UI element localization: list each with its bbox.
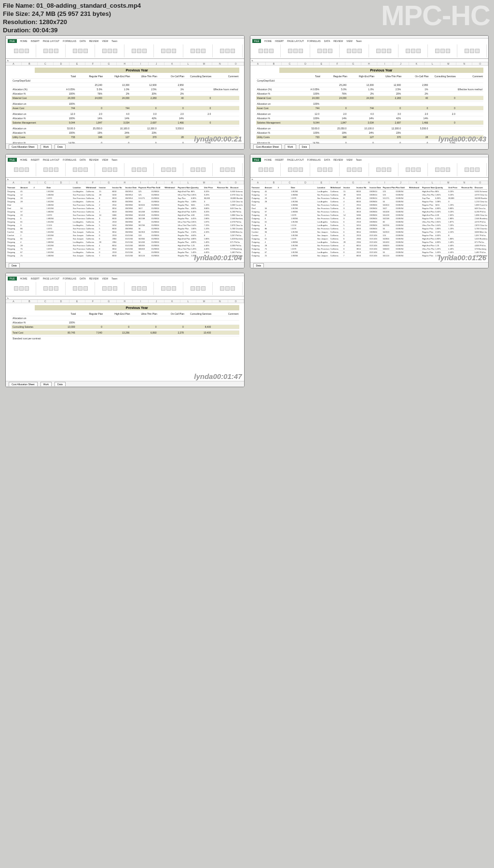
table-cell[interactable] (212, 335, 239, 336)
ribbon-tab[interactable]: Team (111, 40, 117, 42)
table-cell[interactable]: Effective hours method (212, 87, 239, 91)
table-cell[interactable]: 03/28/14 (125, 190, 138, 193)
ribbon-tab[interactable]: VIEW (102, 40, 108, 42)
table-cell[interactable]: 01/30/04 (151, 190, 164, 193)
ribbon-tab[interactable]: Team (356, 158, 362, 161)
table-cell[interactable]: 561458 (138, 210, 151, 213)
table-cell[interactable]: Regular Plan (177, 231, 190, 233)
ribbon-tab[interactable]: Team (111, 158, 117, 161)
ribbon-button-icon[interactable] (435, 49, 439, 53)
table-cell[interactable]: 2013 (356, 251, 369, 253)
table-cell[interactable]: Allocation (%) (12, 87, 49, 91)
table-cell[interactable]: 14% (76, 116, 103, 120)
table-cell[interactable]: Allocation on (12, 102, 49, 106)
table-cell[interactable]: 01/30/04 (396, 210, 409, 213)
table-cell[interactable] (130, 140, 157, 140)
table-cell[interactable]: 8010 (356, 217, 369, 220)
table-cell[interactable] (158, 321, 185, 324)
table-cell[interactable]: Regular Plan (177, 204, 190, 206)
worksheet-area[interactable]: Previous Year TotalRegular PlanHigh-End … (250, 66, 489, 143)
table-cell[interactable] (429, 83, 456, 87)
table-cell[interactable]: 24,000 (103, 96, 130, 100)
table-cell[interactable]: 1.83284 (46, 194, 59, 196)
table-cell[interactable] (212, 100, 239, 101)
table-cell[interactable]: 1.83284 (290, 194, 303, 196)
table-cell[interactable]: 3.40% (435, 210, 448, 213)
table-cell[interactable] (130, 329, 157, 330)
table-cell[interactable]: Comp/Dept/Sold (12, 79, 45, 83)
table-cell[interactable]: 100% (293, 102, 320, 106)
table-cell[interactable]: 03/28/04 (369, 227, 382, 230)
table-cell[interactable]: 561458 (382, 210, 395, 213)
table-cell[interactable]: A 0.05% (293, 87, 320, 91)
video-thumbnail[interactable]: FILEHOMEINSERTPAGE LAYOUTFORMULASDATAREV… (250, 154, 489, 268)
table-cell[interactable]: 96 (264, 231, 277, 233)
table-cell[interactable]: 24% (347, 131, 374, 135)
table-cell[interactable]: California (330, 231, 343, 233)
table-cell[interactable]: 01/11/04 (125, 234, 138, 237)
table-cell[interactable]: San Francisco (316, 214, 329, 216)
table-cell[interactable] (130, 125, 157, 126)
table-cell[interactable]: 3.80% (204, 207, 217, 210)
table-cell[interactable]: 4 (343, 244, 356, 247)
table-cell[interactable]: 0 (429, 96, 456, 100)
table-cell[interactable]: 5.0% (76, 87, 103, 91)
ribbon-tab[interactable]: DATA (324, 158, 330, 161)
table-cell[interactable] (76, 335, 103, 336)
table-cell[interactable]: Standard cost per contract (12, 336, 49, 340)
table-cell[interactable]: Effective hours method (456, 87, 483, 91)
table-cell[interactable]: California (85, 194, 98, 196)
table-cell[interactable] (375, 102, 402, 106)
ribbon-button-icon[interactable] (196, 49, 200, 53)
ribbon-button-icon[interactable] (299, 168, 303, 172)
table-cell[interactable]: 3.20% (448, 190, 461, 193)
table-cell[interactable]: 0 (343, 248, 356, 250)
table-cell[interactable]: 20% (375, 92, 402, 96)
table-cell[interactable]: 1.40% (448, 241, 461, 243)
table-cell[interactable]: 9,950 Schemaka (474, 190, 487, 193)
table-cell[interactable]: 01/30/04 (396, 244, 409, 247)
table-cell[interactable]: 01/30/04 (151, 227, 164, 230)
ribbon-tab[interactable]: REVIEW (89, 277, 99, 280)
ribbon-button-icon[interactable] (288, 49, 292, 53)
table-cell[interactable]: 3.20% (448, 194, 461, 196)
table-cell[interactable]: 01/30/04 (396, 241, 409, 243)
formula-bar[interactable]: fx (250, 59, 489, 62)
table-cell[interactable]: Regular Plan (177, 207, 190, 210)
ribbon-button-icon[interactable] (269, 168, 274, 172)
table-cell[interactable] (347, 111, 374, 112)
table-cell[interactable]: 560410 (382, 248, 395, 250)
table-cell[interactable]: 7.20% (448, 224, 461, 226)
video-thumbnail[interactable]: FILEHOMEINSERTPAGE LAYOUTFORMULASDATAREV… (5, 273, 245, 387)
table-cell[interactable]: 5066 (112, 214, 125, 216)
table-cell[interactable] (103, 125, 130, 126)
table-cell[interactable] (76, 111, 103, 112)
table-cell[interactable]: 15 (98, 190, 111, 193)
table-cell[interactable]: San Francisco (316, 227, 329, 230)
table-cell[interactable]: 2% (103, 92, 130, 96)
table-cell[interactable]: 53.00.0 (293, 126, 320, 130)
table-cell[interactable]: 4.40% (448, 251, 461, 253)
table-cell[interactable] (158, 125, 185, 126)
ribbon-tab[interactable]: INSERT (31, 40, 40, 42)
table-cell[interactable] (320, 111, 347, 112)
table-cell[interactable] (185, 329, 212, 330)
table-cell[interactable]: 4.80% (191, 207, 204, 210)
table-cell[interactable]: 6 (98, 238, 111, 240)
table-cell[interactable]: Ultra-Thin Plan (422, 224, 435, 226)
table-cell[interactable]: 03/28/14 (369, 197, 382, 199)
ribbon-button-icon[interactable] (43, 168, 48, 172)
table-cell[interactable]: 2.80% (448, 217, 461, 220)
table-cell[interactable] (158, 100, 185, 101)
table-cell[interactable]: 3014 (356, 207, 369, 210)
table-cell[interactable]: Los Angeles (72, 221, 85, 223)
table-cell[interactable] (49, 140, 76, 140)
table-cell[interactable]: Utility Costs (12, 135, 49, 139)
table-cell[interactable]: 25 (264, 254, 277, 257)
ribbon-button-icon[interactable] (264, 49, 268, 53)
table-cell[interactable]: 3013 (112, 210, 125, 213)
table-cell[interactable] (386, 79, 411, 83)
table-cell[interactable]: 733 (293, 135, 320, 139)
table-cell[interactable]: 01/30/04 (396, 238, 409, 240)
table-cell[interactable]: Los Angeles (316, 251, 329, 253)
